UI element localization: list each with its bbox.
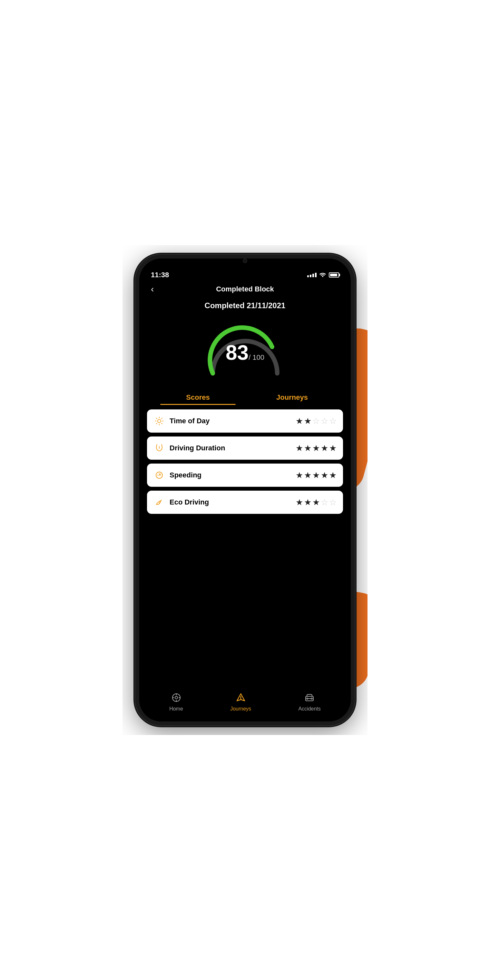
content-spacer (139, 550, 351, 687)
back-button[interactable]: ‹ (151, 285, 154, 294)
star-2: ★ (304, 498, 312, 506)
speed-icon (153, 469, 165, 481)
gauge-container: 83/ 100 (139, 315, 351, 390)
star-2: ★ (304, 471, 312, 479)
score-label-eco-driving: Eco Driving (170, 498, 291, 506)
svg-line-8 (156, 423, 158, 424)
star-1: ★ (296, 498, 303, 506)
star-5: ★ (329, 444, 337, 452)
stars-eco-driving: ★ ★ ★ ☆ ☆ (296, 498, 337, 506)
star-5: ★ (329, 471, 337, 479)
star-2: ★ (304, 444, 312, 452)
score-label-speeding: Speeding (170, 471, 291, 479)
sun-icon (153, 415, 165, 427)
battery-icon (329, 272, 339, 278)
svg-line-6 (162, 423, 162, 424)
svg-line-5 (156, 418, 158, 419)
camera-area (139, 259, 351, 263)
status-time: 11:38 (151, 271, 169, 279)
star-4: ★ (321, 471, 328, 479)
wifi-icon (319, 272, 326, 278)
bottom-nav: Home Journeys (139, 687, 351, 721)
header: ‹ Completed Block (139, 282, 351, 298)
gauge-wrapper: 83/ 100 (203, 318, 287, 383)
svg-point-25 (311, 698, 312, 699)
signal-icon (307, 273, 317, 277)
eco-icon (153, 496, 165, 508)
star-3: ★ (312, 444, 320, 452)
star-5: ☆ (329, 417, 337, 425)
svg-point-15 (159, 475, 160, 476)
star-4: ☆ (321, 417, 328, 425)
completed-date: Completed 21/11/2021 (139, 298, 351, 315)
tab-journeys[interactable]: Journeys (245, 390, 339, 405)
status-icons (307, 272, 339, 278)
star-5: ☆ (329, 498, 337, 506)
page-wrapper: 11:38 (123, 245, 368, 735)
stars-time-of-day: ★ ★ ☆ ☆ ☆ (296, 417, 337, 425)
gauge-max: / 100 (248, 353, 264, 361)
scores-list: Time of Day ★ ★ ☆ ☆ ☆ (139, 406, 351, 550)
header-title: Completed Block (216, 285, 274, 293)
star-3: ★ (312, 471, 320, 479)
nav-label-journeys: Journeys (230, 706, 251, 712)
status-bar: 11:38 (139, 265, 351, 282)
score-label-time-of-day: Time of Day (170, 417, 291, 425)
phone-shell: 11:38 (135, 255, 355, 725)
tab-scores[interactable]: Scores (151, 390, 245, 405)
score-item-speeding[interactable]: Speeding ★ ★ ★ ★ ★ (147, 464, 343, 487)
score-label-driving-duration: Driving Duration (170, 444, 291, 452)
score-item-time-of-day[interactable]: Time of Day ★ ★ ☆ ☆ ☆ (147, 409, 343, 433)
nav-item-accidents[interactable]: Accidents (298, 691, 320, 712)
stars-driving-duration: ★ ★ ★ ★ ★ (296, 444, 337, 452)
stars-speeding: ★ ★ ★ ★ ★ (296, 471, 337, 479)
star-4: ★ (321, 444, 328, 452)
home-icon (170, 691, 183, 704)
star-1: ★ (296, 417, 303, 425)
star-3: ★ (312, 498, 320, 506)
camera-dot (243, 259, 247, 263)
score-item-driving-duration[interactable]: Driving Duration ★ ★ ★ ★ ★ (147, 436, 343, 460)
score-item-eco-driving[interactable]: Eco Driving ★ ★ ★ ☆ ☆ (147, 491, 343, 514)
svg-point-24 (307, 698, 308, 699)
nav-item-journeys[interactable]: Journeys (230, 691, 251, 712)
svg-point-17 (175, 696, 178, 699)
star-2: ★ (304, 417, 312, 425)
tabs: Scores Journeys (139, 390, 351, 405)
journeys-icon (234, 691, 247, 704)
svg-line-7 (162, 418, 162, 419)
star-1: ★ (296, 471, 303, 479)
nav-item-home[interactable]: Home (169, 691, 183, 712)
gauge-score: 83/ 100 (226, 342, 264, 363)
star-3: ☆ (312, 417, 320, 425)
nav-label-home: Home (169, 706, 183, 712)
svg-point-0 (158, 419, 161, 423)
star-4: ☆ (321, 498, 328, 506)
phone-screen: 11:38 (139, 259, 351, 721)
gauge-number: 83 (226, 341, 248, 364)
duration-icon (153, 442, 165, 454)
accidents-icon (303, 691, 316, 704)
nav-label-accidents: Accidents (298, 706, 320, 712)
star-1: ★ (296, 444, 303, 452)
